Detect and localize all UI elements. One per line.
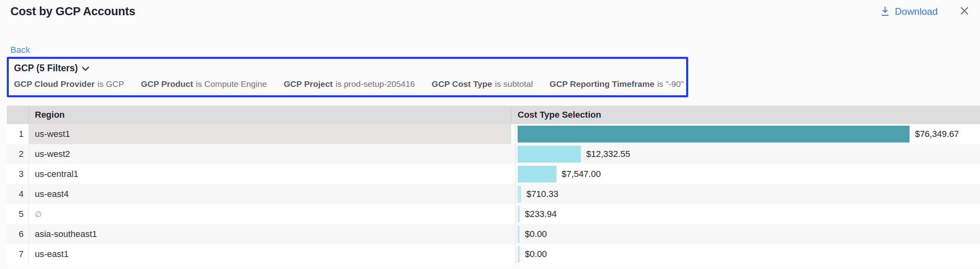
filter-panel: GCP (5 Filters) GCP Cloud Provideris GCP…: [7, 57, 688, 97]
cost-bar[interactable]: [518, 186, 521, 203]
cost-bar[interactable]: [518, 226, 520, 243]
back-link[interactable]: Back: [10, 45, 30, 55]
download-button[interactable]: Download: [880, 6, 938, 17]
cost-bar-cell: $233.94: [515, 204, 980, 224]
cost-bar-cell: $0.00: [515, 224, 980, 244]
cost-bar-cell: $76,349.67: [515, 124, 980, 144]
row-number-column-header: [7, 106, 29, 124]
table-row[interactable]: 5 ∅ $233.94: [7, 204, 980, 224]
cost-bar-cell: $7,547.00: [515, 164, 980, 184]
region-cell[interactable]: us-west2: [29, 144, 511, 164]
filter-item: GCP Cost Typeis subtotal: [432, 79, 532, 89]
row-index: 5: [7, 204, 29, 224]
filter-condition: is GCP: [97, 79, 124, 88]
filter-summary-label: GCP (5 Filters): [14, 63, 78, 74]
filter-name: GCP Reporting Timeframe: [550, 79, 655, 88]
close-button[interactable]: [958, 5, 970, 18]
region-cell[interactable]: us-east1: [29, 244, 511, 264]
cost-bar-cell: $0.00: [515, 244, 980, 264]
filter-condition: is prod-setup-205416: [335, 79, 415, 88]
row-index: 4: [7, 184, 29, 204]
cost-bar-cell: $710.33: [515, 184, 980, 204]
cost-bar[interactable]: [518, 246, 520, 263]
filter-item: GCP Projectis prod-setup-205416: [284, 79, 415, 89]
download-icon: [880, 6, 890, 17]
table-body: 1 us-west1 $76,349.67 2 us-west2 $12,332…: [7, 124, 980, 264]
cost-bar[interactable]: [518, 206, 520, 223]
row-index: 2: [7, 144, 29, 164]
cost-value: $12,332.55: [586, 149, 630, 159]
cost-bar[interactable]: [518, 166, 556, 183]
filter-name: GCP Cloud Provider: [14, 79, 94, 88]
filter-name: GCP Project: [284, 79, 333, 88]
cost-value: $7,547.00: [562, 169, 601, 179]
cost-value: $710.33: [526, 189, 558, 199]
cost-value: $0.00: [525, 249, 547, 259]
table-row[interactable]: 3 us-central1 $7,547.00: [7, 164, 980, 184]
table-row[interactable]: 1 us-west1 $76,349.67: [7, 124, 980, 144]
region-cell[interactable]: us-east4: [29, 184, 511, 204]
region-cell[interactable]: asia-southeast1: [29, 224, 511, 244]
region-cell[interactable]: us-west1: [29, 124, 511, 144]
region-cell[interactable]: ∅: [29, 204, 511, 224]
filter-item: GCP Productis Compute Engine: [141, 79, 267, 89]
filter-item: GCP Reporting Timeframeis "-90": [550, 79, 684, 89]
close-icon: [958, 5, 970, 18]
table-header: Region Cost Type Selection: [7, 106, 980, 124]
cost-bar[interactable]: [518, 126, 910, 143]
cost-value: $0.00: [525, 229, 547, 239]
table-row[interactable]: 7 us-east1 $0.00: [7, 244, 980, 264]
cost-type-selection-column-header[interactable]: Cost Type Selection: [511, 106, 980, 124]
table-row[interactable]: 2 us-west2 $12,332.55: [7, 144, 980, 164]
cost-table: Region Cost Type Selection 1 us-west1 $7…: [7, 106, 980, 264]
filter-name: GCP Product: [141, 79, 193, 88]
download-label: Download: [895, 6, 938, 17]
row-index: 1: [7, 124, 29, 144]
table-row[interactable]: 6 asia-southeast1 $0.00: [7, 224, 980, 244]
filter-condition: is subtotal: [495, 79, 533, 88]
table-row[interactable]: 4 us-east4 $710.33: [7, 184, 980, 204]
cost-value: $76,349.67: [915, 129, 959, 139]
row-index: 7: [7, 244, 29, 264]
filter-name: GCP Cost Type: [432, 79, 492, 88]
region-cell[interactable]: us-central1: [29, 164, 511, 184]
filter-summary-toggle[interactable]: GCP (5 Filters): [14, 63, 89, 74]
filter-condition: is "-90": [657, 79, 684, 88]
cost-value: $233.94: [525, 209, 557, 219]
region-column-header[interactable]: Region: [29, 106, 511, 124]
top-bar: Cost by GCP Accounts Download: [0, 5, 980, 18]
chevron-down-icon: [82, 65, 89, 71]
row-index: 3: [7, 164, 29, 184]
row-index: 6: [7, 224, 29, 244]
cost-bar[interactable]: [518, 146, 581, 163]
page-title: Cost by GCP Accounts: [10, 5, 880, 18]
filter-list: GCP Cloud Provideris GCP GCP Productis C…: [14, 79, 681, 89]
cost-bar-cell: $12,332.55: [515, 144, 980, 164]
filter-item: GCP Cloud Provideris GCP: [14, 79, 124, 89]
filter-condition: is Compute Engine: [196, 79, 267, 88]
